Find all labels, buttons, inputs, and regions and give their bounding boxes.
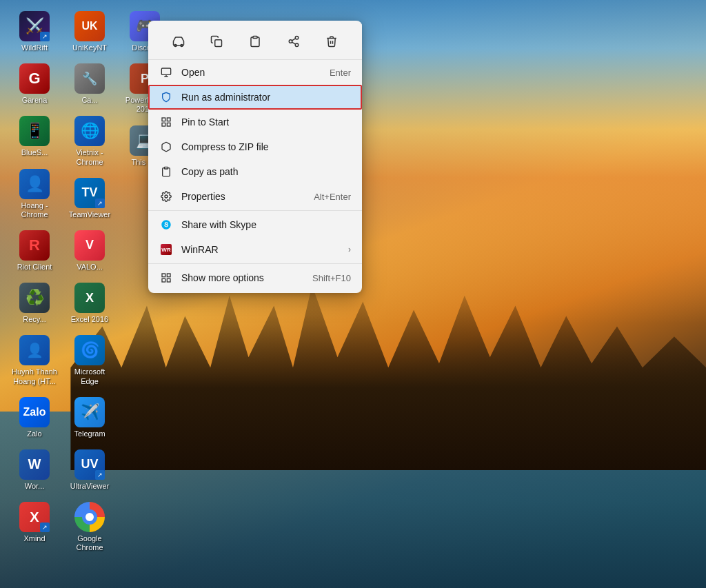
desktop-icon-ca[interactable]: 🔧 Ca... bbox=[62, 59, 117, 109]
desktop-icon-valorant[interactable]: V VALO... bbox=[62, 226, 117, 276]
open-shortcut: Enter bbox=[330, 68, 351, 78]
context-menu-compress-zip[interactable]: Compress to ZIP file bbox=[148, 134, 362, 159]
edge-icon: 🌀 bbox=[74, 335, 105, 365]
svg-line-9 bbox=[292, 42, 295, 44]
desktop-icon-excel[interactable]: X Excel 2016 bbox=[62, 278, 117, 328]
desktop-icon-ultraviewer[interactable]: UV ↗ UltraViewer bbox=[62, 445, 117, 495]
valorant-label: VALO... bbox=[77, 263, 103, 272]
open-icon bbox=[159, 65, 173, 79]
desktop-icon-huynh[interactable]: 👤 Huynh Thanh Hoang (HT... bbox=[7, 331, 62, 389]
paste-button[interactable] bbox=[243, 29, 268, 54]
teamviewer-icon: TV ↗ bbox=[74, 178, 105, 208]
context-menu-copy-path[interactable]: Copy as path bbox=[148, 159, 362, 184]
compress-zip-label: Compress to ZIP file bbox=[181, 141, 351, 152]
desktop-icon-unikey[interactable]: UK UniKeyNT bbox=[62, 7, 117, 57]
desktop-icon-riot[interactable]: R Riot Client bbox=[7, 226, 62, 276]
copy-path-icon bbox=[159, 165, 173, 179]
svg-rect-22 bbox=[167, 278, 170, 282]
unikey-icon: UK bbox=[74, 11, 105, 41]
recycle-icon: ♻️ bbox=[19, 283, 50, 313]
svg-rect-5 bbox=[253, 37, 257, 39]
compress-zip-icon bbox=[159, 140, 173, 154]
svg-point-8 bbox=[295, 43, 299, 47]
properties-shortcut: Alt+Enter bbox=[314, 192, 351, 202]
word-label: Wor... bbox=[25, 482, 45, 491]
desktop-icon-bluestacks[interactable]: 📱 BlueS... bbox=[7, 112, 62, 161]
svg-rect-15 bbox=[167, 118, 170, 121]
garena-label: Garena bbox=[22, 96, 48, 105]
context-divider-2 bbox=[148, 263, 362, 264]
context-menu-run-as-admin[interactable]: Run as administrator bbox=[148, 85, 362, 110]
winrar-arrow: › bbox=[348, 245, 351, 254]
bluestacks-icon: 📱 bbox=[19, 116, 50, 146]
word-icon: W bbox=[19, 449, 50, 480]
wildrift-label: WildRift bbox=[21, 43, 48, 52]
desktop-icon-wildrift[interactable]: ⚔️ ↗ WildRift bbox=[7, 7, 62, 57]
run-as-admin-label: Run as administrator bbox=[181, 92, 351, 103]
desktop-icon-teamviewer[interactable]: TV ↗ TeamViewer bbox=[62, 174, 117, 223]
hoang-chrome-label: Hoang - Chrome bbox=[10, 201, 59, 219]
svg-rect-23 bbox=[162, 278, 165, 282]
share-button[interactable] bbox=[281, 29, 306, 54]
more-options-label: Show more options bbox=[181, 272, 304, 283]
context-toolbar bbox=[148, 23, 362, 60]
context-menu-more-options[interactable]: Show more options Shift+F10 bbox=[148, 265, 362, 290]
copy-path-label: Copy as path bbox=[181, 166, 351, 177]
ca-label: Ca... bbox=[81, 96, 97, 105]
huynh-icon: 👤 bbox=[19, 335, 50, 365]
context-menu-winrar[interactable]: WR WinRAR › bbox=[148, 237, 362, 262]
hoang-chrome-icon: 👤 bbox=[19, 169, 50, 199]
context-menu-properties[interactable]: Properties Alt+Enter bbox=[148, 184, 362, 209]
desktop-icon-word[interactable]: W Wor... bbox=[7, 445, 62, 495]
excel-label: Excel 2016 bbox=[71, 315, 108, 324]
context-menu-open[interactable]: Open Enter bbox=[148, 60, 362, 85]
desktop-icon-hoang-chrome[interactable]: 👤 Hoang - Chrome bbox=[7, 165, 62, 223]
garena-icon: G bbox=[19, 63, 50, 94]
bluestacks-label: BlueS... bbox=[21, 148, 48, 157]
desktop-icon-google-chrome[interactable]: Google Chrome bbox=[62, 498, 117, 556]
desktop-icon-vietnix[interactable]: 🌐 Vietnix - Chrome bbox=[62, 112, 117, 170]
riot-icon: R bbox=[19, 230, 50, 261]
telegram-label: Telegram bbox=[74, 429, 105, 438]
winrar-icon: WR bbox=[159, 243, 173, 256]
valorant-icon: V bbox=[74, 230, 105, 261]
google-chrome-icon bbox=[74, 502, 105, 532]
svg-rect-20 bbox=[162, 274, 165, 277]
run-as-admin-icon bbox=[159, 90, 173, 104]
ca-icon: 🔧 bbox=[74, 63, 105, 94]
pin-start-label: Pin to Start bbox=[181, 116, 351, 128]
more-options-icon bbox=[159, 271, 173, 285]
desktop-icon-recycle[interactable]: ♻️ Recy... bbox=[7, 278, 62, 328]
svg-rect-4 bbox=[215, 40, 222, 47]
share-skype-label: Share with Skype bbox=[181, 219, 351, 230]
context-menu-share-skype[interactable]: Share with Skype bbox=[148, 212, 362, 237]
desktop-icon-edge[interactable]: 🌀 Microsoft Edge bbox=[62, 331, 117, 389]
delete-button[interactable] bbox=[319, 29, 344, 54]
desktop-icon-zalo[interactable]: Zalo Zalo bbox=[7, 393, 62, 443]
cut-button[interactable] bbox=[166, 29, 191, 54]
desktop-icon-xmind[interactable]: X ↗ Xmind bbox=[7, 498, 62, 547]
ultraviewer-label: UltraViewer bbox=[70, 482, 110, 491]
desktop-icon-garena[interactable]: G Garena bbox=[7, 59, 62, 109]
excel-icon: X bbox=[74, 283, 105, 313]
svg-rect-17 bbox=[162, 123, 165, 126]
desktop-icon-telegram[interactable]: ✈️ Telegram bbox=[62, 393, 117, 443]
vietnix-label: Vietnix - Chrome bbox=[65, 148, 114, 166]
svg-line-10 bbox=[292, 39, 295, 41]
telegram-icon: ✈️ bbox=[74, 397, 105, 427]
context-menu-pin-start[interactable]: Pin to Start bbox=[148, 110, 362, 134]
edge-label: Microsoft Edge bbox=[65, 367, 114, 385]
pin-start-icon bbox=[159, 115, 173, 129]
huynh-label: Huynh Thanh Hoang (HT... bbox=[10, 367, 59, 385]
more-options-shortcut: Shift+F10 bbox=[312, 273, 351, 283]
teamviewer-label: TeamViewer bbox=[69, 210, 110, 219]
ultraviewer-icon: UV ↗ bbox=[74, 449, 105, 480]
context-divider-1 bbox=[148, 210, 362, 211]
zalo-label: Zalo bbox=[27, 429, 41, 438]
svg-rect-11 bbox=[161, 68, 170, 74]
svg-rect-14 bbox=[162, 118, 165, 121]
copy-button[interactable] bbox=[204, 29, 229, 54]
riot-label: Riot Client bbox=[17, 263, 52, 272]
svg-rect-21 bbox=[167, 274, 170, 277]
xmind-icon: X ↗ bbox=[19, 502, 50, 532]
